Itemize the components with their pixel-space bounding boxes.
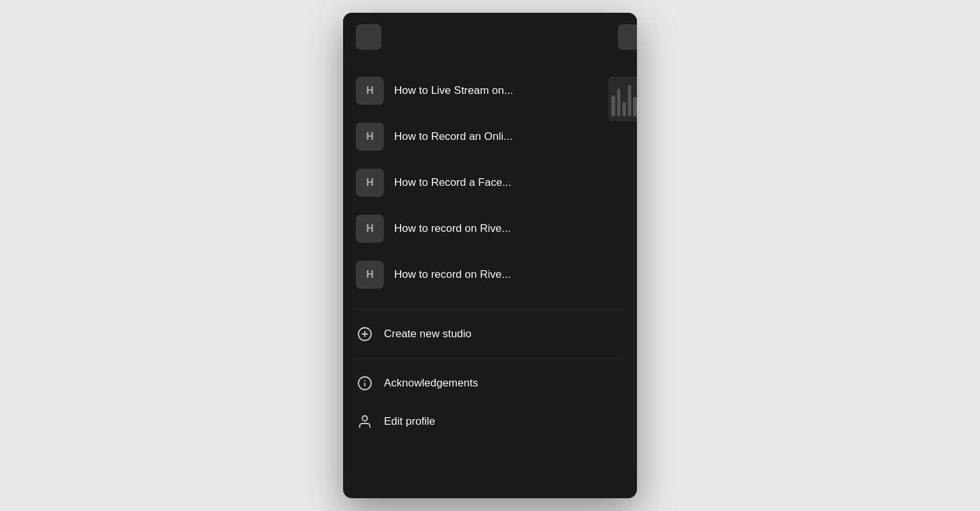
bar-4 xyxy=(628,85,632,116)
right-avatar[interactable] xyxy=(618,24,637,50)
studio-icon-2: H xyxy=(356,169,384,197)
create-studio-icon xyxy=(356,325,374,343)
studio-name-4: How to record on Rive... xyxy=(394,268,510,281)
studio-item-2[interactable]: HHow to Record a Face... xyxy=(343,160,637,206)
studio-name-1: How to Record an Onli... xyxy=(394,130,512,143)
divider-2 xyxy=(356,358,624,359)
divider-1 xyxy=(356,309,624,310)
edit-profile-icon xyxy=(356,413,374,431)
create-studio-label: Create new studio xyxy=(384,328,471,340)
studio-icon-0: H xyxy=(356,77,384,105)
header xyxy=(343,13,637,61)
studio-list: HHow to Live Stream on...HHow to Record … xyxy=(343,61,637,304)
studio-name-3: How to record on Rive... xyxy=(394,222,510,235)
bar-2 xyxy=(617,89,621,116)
edit-profile-item[interactable]: Edit profile xyxy=(343,402,637,441)
acknowledgements-item[interactable]: Acknowledgements xyxy=(343,364,637,402)
studio-icon-4: H xyxy=(356,261,384,289)
studios-panel: HHow to Live Stream on...HHow to Record … xyxy=(343,13,637,498)
studio-name-0: How to Live Stream on... xyxy=(394,84,513,97)
header-avatar[interactable] xyxy=(356,24,381,50)
edit-profile-label: Edit profile xyxy=(384,415,435,428)
svg-point-6 xyxy=(362,416,367,421)
bar-5 xyxy=(633,97,637,116)
studio-item-0[interactable]: HHow to Live Stream on... xyxy=(343,68,637,114)
studio-icon-3: H xyxy=(356,215,384,243)
bar-3 xyxy=(622,102,626,116)
action-list: Create new studio Acknowledgements Edit … xyxy=(343,315,637,441)
studio-item-3[interactable]: HHow to record on Rive... xyxy=(343,206,637,252)
studio-item-4[interactable]: HHow to record on Rive... xyxy=(343,252,637,298)
studio-name-2: How to Record a Face... xyxy=(394,176,511,189)
thumbnail-partial xyxy=(608,77,637,121)
studio-icon-1: H xyxy=(356,123,384,151)
acknowledgements-label: Acknowledgements xyxy=(384,377,478,390)
studio-item-1[interactable]: HHow to Record an Onli... xyxy=(343,114,637,160)
acknowledgements-icon xyxy=(356,374,374,392)
create-studio-item[interactable]: Create new studio xyxy=(343,315,637,353)
bar-1 xyxy=(611,96,615,116)
